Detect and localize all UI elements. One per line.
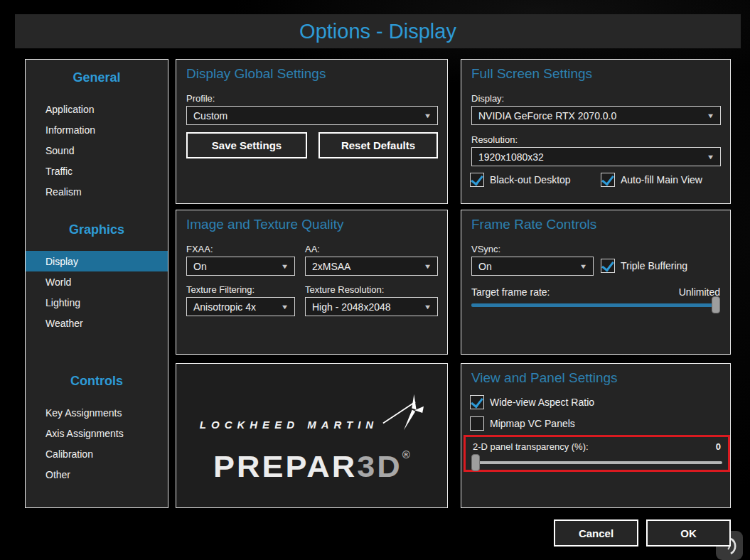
prepar3d-wordmark-suffix: 3D (357, 449, 402, 483)
panel-title: View and Panel Settings (471, 370, 618, 386)
autofill-main-view-label: Auto-fill Main View (621, 173, 702, 187)
panel-title: Frame Rate Controls (471, 217, 596, 232)
slider-track[interactable] (471, 461, 722, 464)
panel-title: Full Screen Settings (471, 66, 592, 82)
texture-resolution-label: Texture Resolution: (305, 284, 384, 295)
cancel-button[interactable]: Cancel (554, 519, 638, 546)
sidebar-item-sound[interactable]: Sound (26, 140, 168, 161)
panel-transparency-value: 0 (716, 441, 721, 452)
prepar3d-wordmark: PREPAR3D® (213, 448, 410, 484)
resolution-dropdown-value: 1920x1080x32 (478, 151, 544, 163)
sidebar-heading-controls: Controls (26, 372, 168, 390)
vsync-dropdown[interactable]: On ▼ (471, 257, 594, 276)
annotation-highlight-box: 2-D panel transparency (%): 0 (464, 435, 730, 472)
sidebar-item-calibration[interactable]: Calibration (26, 443, 168, 464)
aa-dropdown[interactable]: 2xMSAA ▼ (305, 257, 438, 276)
slider-thumb[interactable] (712, 296, 720, 313)
sidebar-item-application[interactable]: Application (26, 99, 168, 119)
panel-brand-logo: LOCKHEED MARTIN PREPAR3D® (176, 363, 448, 508)
lockheed-star-icon (382, 394, 424, 431)
resolution-dropdown[interactable]: 1920x1080x32 ▼ (471, 147, 721, 166)
texture-resolution-dropdown[interactable]: High - 2048x2048 ▼ (305, 297, 438, 316)
target-frame-rate-slider[interactable] (471, 296, 720, 313)
panel-transparency-label: 2-D panel transparency (%): (473, 441, 589, 452)
profile-label: Profile: (186, 93, 215, 104)
texture-filtering-dropdown[interactable]: Anisotropic 4x ▼ (186, 297, 295, 316)
page-title: Options - Display (299, 20, 456, 43)
panel-transparency-slider[interactable] (471, 454, 722, 471)
sidebar-item-key-assignments[interactable]: Key Assignments (26, 402, 168, 423)
mipmap-vc-panels-checkbox[interactable] (470, 416, 484, 431)
panel-full-screen-settings: Full Screen Settings Display: NVIDIA GeF… (461, 59, 731, 204)
panel-title: Image and Texture Quality (186, 217, 343, 232)
chevron-down-icon: ▼ (424, 303, 432, 311)
vsync-dropdown-value: On (478, 261, 492, 272)
lockheed-martin-wordmark: LOCKHEED MARTIN (200, 419, 378, 431)
panel-view-panel-settings: View and Panel Settings Wide-view Aspect… (461, 363, 731, 508)
profile-dropdown-value: Custom (193, 110, 227, 122)
lockheed-martin-logo: LOCKHEED MARTIN (200, 394, 424, 431)
sidebar-item-axis-assignments[interactable]: Axis Assignments (26, 423, 168, 443)
save-settings-button[interactable]: Save Settings (186, 132, 307, 158)
wide-view-aspect-ratio-label: Wide-view Aspect Ratio (490, 395, 594, 409)
fxaa-dropdown-value: On (193, 261, 207, 272)
display-dropdown[interactable]: NVIDIA GeForce RTX 2070.0.0 ▼ (471, 106, 721, 125)
slider-thumb[interactable] (471, 454, 480, 471)
chevron-down-icon: ▼ (281, 263, 289, 270)
panel-image-texture-quality: Image and Texture Quality FXAA: AA: On ▼… (176, 210, 448, 355)
texture-filtering-label: Texture Filtering: (186, 284, 255, 295)
blackout-desktop-checkbox[interactable] (470, 173, 484, 187)
panel-display-global-settings: Display Global Settings Profile: Custom … (176, 59, 448, 204)
sidebar-item-realism[interactable]: Realism (26, 181, 168, 202)
chevron-down-icon: ▼ (424, 112, 432, 119)
triple-buffering-label: Triple Buffering (621, 259, 687, 273)
sidebar-item-display[interactable]: Display (26, 251, 168, 271)
chevron-down-icon: ▼ (707, 112, 715, 119)
panel-frame-rate-controls: Frame Rate Controls VSync: On ▼ Triple B… (461, 210, 731, 355)
fxaa-label: FXAA: (186, 244, 213, 254)
sidebar: General Application Information Sound Tr… (25, 59, 168, 508)
prepar3d-wordmark-prefix: PREPAR (213, 449, 357, 483)
autofill-main-view-checkbox[interactable] (601, 173, 615, 187)
aa-label: AA: (305, 244, 320, 254)
texture-filtering-dropdown-value: Anisotropic 4x (193, 301, 256, 313)
panel-title: Display Global Settings (186, 66, 326, 82)
aa-dropdown-value: 2xMSAA (312, 261, 350, 272)
sidebar-item-other[interactable]: Other (26, 464, 168, 485)
display-dropdown-value: NVIDIA GeForce RTX 2070.0.0 (478, 110, 616, 122)
sidebar-item-information[interactable]: Information (26, 119, 168, 140)
sidebar-item-weather[interactable]: Weather (26, 313, 168, 333)
resolution-label: Resolution: (471, 134, 518, 145)
mipmap-vc-panels-label: Mipmap VC Panels (490, 416, 575, 431)
texture-resolution-dropdown-value: High - 2048x2048 (312, 301, 391, 313)
profile-dropdown[interactable]: Custom ▼ (186, 106, 438, 125)
slider-track[interactable] (471, 303, 720, 307)
sidebar-item-lighting[interactable]: Lighting (26, 292, 168, 313)
display-label: Display: (471, 93, 504, 104)
registered-trademark-symbol: ® (402, 448, 410, 460)
reset-defaults-button[interactable]: Reset Defaults (318, 132, 438, 158)
sidebar-heading-general: General (26, 68, 168, 87)
wide-view-aspect-ratio-checkbox[interactable] (470, 395, 484, 409)
title-bar: Options - Display (15, 14, 741, 48)
ok-button[interactable]: OK (646, 519, 731, 546)
fxaa-dropdown[interactable]: On ▼ (186, 257, 295, 276)
screen: Options - Display General Application In… (0, 0, 750, 560)
sidebar-item-world[interactable]: World (26, 271, 168, 292)
sidebar-item-traffic[interactable]: Traffic (26, 161, 168, 181)
vsync-label: VSync: (471, 244, 500, 254)
sidebar-heading-graphics: Graphics (26, 220, 168, 239)
blackout-desktop-label: Black-out Desktop (490, 173, 571, 187)
chevron-down-icon: ▼ (424, 263, 432, 270)
chevron-down-icon: ▼ (707, 154, 715, 161)
chevron-down-icon: ▼ (281, 303, 289, 311)
triple-buffering-checkbox[interactable] (601, 259, 615, 273)
chevron-down-icon: ▼ (579, 263, 588, 270)
